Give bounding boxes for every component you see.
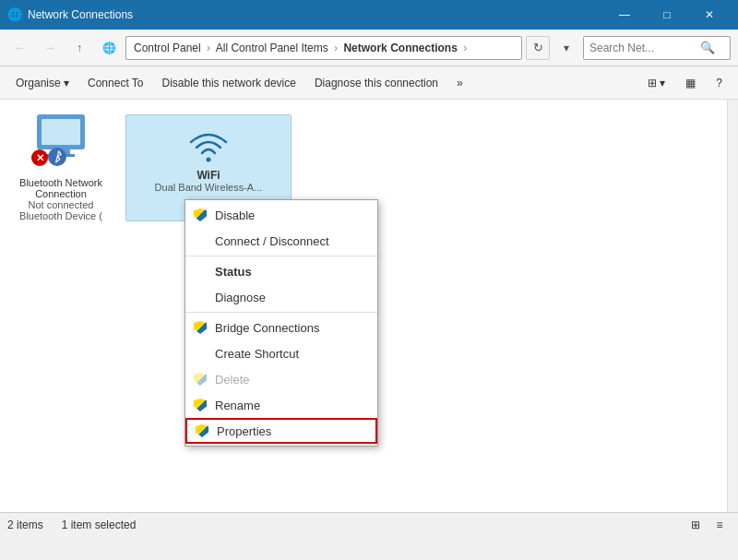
- diagnose-menu-label: Diagnose: [215, 291, 266, 304]
- wifi-signal-icon: [185, 127, 232, 164]
- refresh-button[interactable]: ↻: [526, 36, 550, 60]
- more-button[interactable]: »: [448, 70, 471, 96]
- up-button[interactable]: ↑: [66, 35, 92, 61]
- disable-button[interactable]: Disable this network device: [154, 70, 304, 96]
- status-bar: 2 items 1 item selected ⊞ ≡: [0, 512, 738, 536]
- window-icon: 🌐: [7, 7, 22, 22]
- monitor-screen: [42, 119, 80, 145]
- properties-menu-label: Properties: [217, 424, 271, 438]
- toolbar: Organise ▾ Connect To Disable this netwo…: [0, 66, 738, 100]
- search-input[interactable]: [589, 42, 700, 54]
- rename-menu-label: Rename: [215, 399, 260, 412]
- window-controls: — □ ✕: [603, 0, 731, 30]
- dropdown-button[interactable]: ▾: [554, 35, 579, 61]
- disable-label: Disable this network device: [162, 77, 296, 89]
- shield-icon-bridge: [193, 320, 208, 335]
- bluetooth-badge: ᛒ: [48, 148, 66, 166]
- shield-icon-rename: [193, 398, 208, 412]
- connect-to-label: Connect To: [88, 77, 144, 89]
- context-menu: Disable Connect / Disconnect Status Diag…: [184, 199, 378, 447]
- breadcrumb-text: Control Panel › All Control Panel Items …: [134, 42, 470, 54]
- diagnose-label: Diagnose this connection: [315, 77, 438, 89]
- bluetooth-network-item[interactable]: ✕ ᛒ Bluetooth Network Connection Not con…: [15, 114, 107, 221]
- address-bar: ← → ↑ 🌐 Control Panel › All Control Pane…: [0, 30, 738, 66]
- menu-item-diagnose[interactable]: Diagnose: [185, 284, 377, 310]
- svg-point-0: [207, 158, 211, 162]
- organise-label: Organise ▾: [16, 77, 69, 89]
- wifi-icon-container: [181, 123, 236, 169]
- help-button[interactable]: ?: [708, 70, 731, 96]
- small-icons-button[interactable]: ≡: [708, 516, 731, 534]
- error-badge: ✕: [31, 149, 48, 166]
- toolbar-right: ⊞ ▾ ▦ ?: [639, 70, 731, 96]
- minimize-button[interactable]: —: [603, 0, 646, 30]
- items-count: 2 items: [7, 518, 43, 531]
- menu-item-status[interactable]: Status: [185, 258, 377, 284]
- window-title: Network Connections: [28, 8, 603, 21]
- bridge-menu-label: Bridge Connections: [215, 321, 319, 335]
- organise-button[interactable]: Organise ▾: [7, 70, 77, 96]
- title-bar: 🌐 Network Connections — □ ✕: [0, 0, 738, 30]
- bluetooth-item-type: Bluetooth Device (: [19, 210, 102, 221]
- bluetooth-item-name: Bluetooth Network Connection: [19, 177, 102, 199]
- disable-menu-label: Disable: [215, 209, 255, 222]
- diagnose-button[interactable]: Diagnose this connection: [306, 70, 446, 96]
- search-icon[interactable]: 🔍: [700, 41, 715, 54]
- bluetooth-item-status: Not connected: [29, 199, 94, 210]
- close-button[interactable]: ✕: [688, 0, 731, 30]
- forward-button[interactable]: →: [37, 35, 63, 61]
- more-label: »: [457, 77, 463, 89]
- menu-item-create-shortcut[interactable]: Create Shortcut: [185, 340, 377, 366]
- folder-icon: 🌐: [96, 35, 122, 61]
- menu-item-delete: Delete: [185, 366, 377, 392]
- selected-count: 1 item selected: [62, 518, 137, 531]
- menu-item-bridge[interactable]: Bridge Connections: [185, 315, 377, 340]
- back-button[interactable]: ←: [7, 35, 33, 61]
- menu-item-rename[interactable]: Rename: [185, 392, 377, 418]
- create-shortcut-menu-label: Create Shortcut: [215, 347, 299, 361]
- separator-2: [185, 312, 377, 313]
- connect-to-button[interactable]: Connect To: [79, 70, 152, 96]
- connect-menu-label: Connect / Disconnect: [215, 234, 329, 248]
- main-content: ✕ ᛒ Bluetooth Network Connection Not con…: [0, 100, 738, 536]
- menu-item-connect[interactable]: Connect / Disconnect: [185, 228, 377, 254]
- scrollbar[interactable]: [727, 100, 738, 512]
- large-icons-button[interactable]: ⊞: [684, 516, 707, 534]
- wifi-item-status: Dual Band Wireless-A...: [155, 182, 263, 193]
- shield-icon-delete: [193, 372, 208, 387]
- menu-item-disable[interactable]: Disable: [185, 202, 377, 228]
- wifi-item-name: WiFi: [196, 169, 220, 182]
- shield-icon-disable: [193, 208, 208, 222]
- separator-1: [185, 256, 377, 256]
- bluetooth-icon-container: ✕ ᛒ: [31, 114, 90, 173]
- layout-button[interactable]: ▦: [677, 70, 704, 96]
- search-box[interactable]: 🔍: [583, 36, 731, 60]
- delete-menu-label: Delete: [215, 373, 250, 387]
- view-options-button[interactable]: ⊞ ▾: [639, 70, 673, 96]
- shield-icon-properties: [195, 423, 209, 438]
- address-path[interactable]: Control Panel › All Control Panel Items …: [125, 36, 522, 60]
- status-menu-label: Status: [215, 265, 252, 279]
- menu-item-properties[interactable]: Properties: [185, 418, 377, 444]
- status-bar-right: ⊞ ≡: [684, 516, 731, 534]
- maximize-button[interactable]: □: [646, 0, 688, 30]
